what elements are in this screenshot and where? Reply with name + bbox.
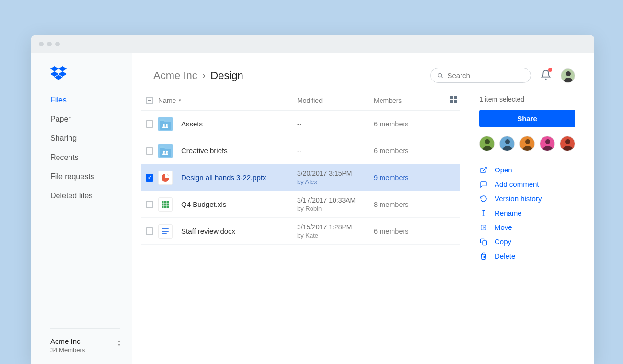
action-delete[interactable]: Delete xyxy=(479,252,575,260)
row-checkbox[interactable] xyxy=(146,174,153,182)
members-cell: 6 members xyxy=(374,120,441,128)
svg-rect-42 xyxy=(481,225,486,230)
action-label: Move xyxy=(495,223,512,231)
column-name[interactable]: Name ▼ xyxy=(158,97,297,104)
file-row[interactable]: Assets--6 members xyxy=(141,111,460,137)
svg-marker-1 xyxy=(58,66,67,71)
svg-point-33 xyxy=(502,146,513,151)
window-close-dot[interactable] xyxy=(39,42,44,46)
share-button[interactable]: Share xyxy=(479,110,575,127)
notifications-button[interactable] xyxy=(541,69,551,82)
row-checkbox[interactable] xyxy=(146,120,153,128)
member-avatar[interactable] xyxy=(560,136,575,151)
action-open[interactable]: Open xyxy=(479,166,575,174)
svg-point-30 xyxy=(485,139,490,144)
action-rename[interactable]: Rename xyxy=(479,209,575,217)
member-avatars xyxy=(479,136,575,151)
file-list: Name ▼ Modified Members Assets--6 member… xyxy=(141,93,460,364)
chevron-updown-icon: ▴▾ xyxy=(118,339,120,347)
sidebar-item-paper[interactable]: Paper xyxy=(50,115,132,124)
sidebar-item-sharing[interactable]: Sharing xyxy=(50,134,132,143)
search-icon xyxy=(438,72,443,79)
file-name: Q4 Budget.xls xyxy=(181,200,226,208)
rename-icon xyxy=(479,209,488,217)
column-members[interactable]: Members xyxy=(374,97,441,104)
column-name-label: Name xyxy=(158,97,176,104)
app-window: FilesPaperSharingRecentsFile requestsDel… xyxy=(31,35,594,364)
file-name: Staff review.docx xyxy=(181,227,235,235)
content: FilesPaperSharingRecentsFile requestsDel… xyxy=(31,53,594,364)
file-name-cell[interactable]: Design all hands 3-22.pptx xyxy=(158,171,297,185)
modified-cell: -- xyxy=(297,120,374,128)
member-avatar[interactable] xyxy=(519,136,535,151)
body: Name ▼ Modified Members Assets--6 member… xyxy=(132,93,594,364)
user-avatar[interactable] xyxy=(561,68,575,83)
action-history[interactable]: Version history xyxy=(479,194,575,203)
column-modified[interactable]: Modified xyxy=(297,97,374,104)
action-list: OpenAdd commentVersion historyRenameMove… xyxy=(479,166,575,260)
breadcrumb-sep: › xyxy=(202,69,206,81)
copy-icon xyxy=(479,238,488,246)
file-name-cell[interactable]: Q4 Budget.xls xyxy=(158,197,297,212)
file-name: Design all hands 3-22.pptx xyxy=(181,173,266,182)
window-min-dot[interactable] xyxy=(47,42,52,46)
header: Acme Inc › Design xyxy=(132,53,594,93)
search-box[interactable] xyxy=(430,68,531,83)
file-row[interactable]: Q4 Budget.xls3/17/2017 10:33AMby Robin8 … xyxy=(141,191,460,218)
members-cell: 6 members xyxy=(374,147,441,155)
member-avatar[interactable] xyxy=(499,136,515,151)
team-name: Acme Inc xyxy=(50,337,104,345)
row-checkbox[interactable] xyxy=(146,147,153,155)
breadcrumb-root[interactable]: Acme Inc xyxy=(153,69,197,81)
team-switcher[interactable]: Acme Inc 34 Members ▴▾ xyxy=(50,328,120,364)
delete-icon xyxy=(479,252,488,260)
folder-icon xyxy=(158,144,173,158)
svg-line-40 xyxy=(483,167,486,171)
member-avatar[interactable] xyxy=(540,136,555,151)
file-row[interactable]: Staff review.docx3/15/2017 1:28PMby Kate… xyxy=(141,218,460,245)
file-name-cell[interactable]: Creative briefs xyxy=(158,144,297,158)
action-label: Copy xyxy=(495,238,511,246)
person-icon xyxy=(560,136,575,151)
sidebar-item-files[interactable]: Files xyxy=(50,96,132,104)
file-name-cell[interactable]: Staff review.docx xyxy=(158,224,297,239)
svg-point-18 xyxy=(166,150,168,152)
search-input[interactable] xyxy=(447,71,524,80)
person-icon xyxy=(500,136,514,151)
sidebar-item-deleted-files[interactable]: Deleted files xyxy=(50,192,132,200)
window-titlebar xyxy=(31,35,594,53)
members-cell: 8 members xyxy=(374,201,441,208)
svg-point-35 xyxy=(522,146,533,151)
action-label: Add comment xyxy=(495,180,539,188)
action-move[interactable]: Move xyxy=(479,223,575,231)
folder-icon xyxy=(158,117,173,131)
file-row[interactable]: Design all hands 3-22.pptx3/20/2017 3:15… xyxy=(141,164,460,191)
svg-rect-12 xyxy=(454,100,457,103)
selection-count: 1 item selected xyxy=(479,95,575,103)
person-icon xyxy=(520,136,534,151)
main: Acme Inc › Design xyxy=(132,53,594,364)
action-comment[interactable]: Add comment xyxy=(479,180,575,188)
svg-point-8 xyxy=(564,78,573,83)
file-name-cell[interactable]: Assets xyxy=(158,117,297,131)
svg-rect-22 xyxy=(162,201,169,208)
dropbox-logo-icon[interactable] xyxy=(50,66,132,82)
row-checkbox[interactable] xyxy=(146,228,153,235)
view-grid-button[interactable] xyxy=(450,96,457,104)
window-max-dot[interactable] xyxy=(55,42,60,46)
svg-line-6 xyxy=(441,76,443,78)
svg-point-17 xyxy=(163,150,165,152)
file-row[interactable]: Creative briefs--6 members xyxy=(141,137,460,164)
member-avatar[interactable] xyxy=(479,136,495,151)
sidebar: FilesPaperSharingRecentsFile requestsDel… xyxy=(31,53,132,364)
svg-rect-43 xyxy=(483,241,487,245)
sidebar-item-file-requests[interactable]: File requests xyxy=(50,172,132,181)
select-all-checkbox[interactable] xyxy=(146,97,153,104)
sidebar-item-recents[interactable]: Recents xyxy=(50,153,132,162)
svg-point-5 xyxy=(438,73,442,77)
members-cell: 9 members xyxy=(374,174,441,182)
row-checkbox[interactable] xyxy=(146,201,153,208)
action-copy[interactable]: Copy xyxy=(479,238,575,246)
svg-point-39 xyxy=(563,146,573,151)
history-icon xyxy=(479,195,488,203)
